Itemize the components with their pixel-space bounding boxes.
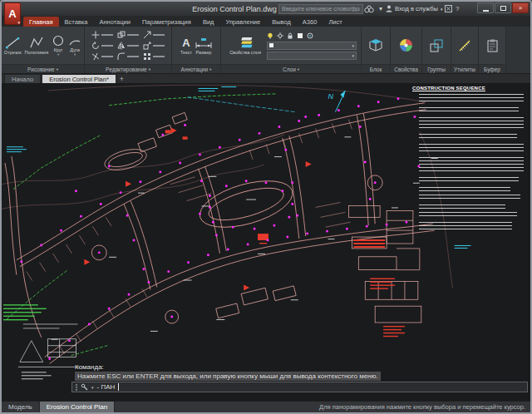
- fillet-icon: [117, 52, 126, 61]
- ribbon-tab-insert[interactable]: Вставка: [59, 17, 94, 27]
- layer-lock-icon[interactable]: [287, 32, 293, 39]
- panel-label-clipboard[interactable]: Буфер: [479, 64, 505, 73]
- ribbon-tab-view[interactable]: Вид: [197, 17, 220, 27]
- rotate-tool-button[interactable]: [90, 42, 116, 50]
- measure-button[interactable]: [457, 39, 472, 52]
- command-input-text[interactable]: - ПАН: [97, 383, 116, 391]
- command-grip-icon[interactable]: [76, 384, 77, 391]
- layer-filter-dropdown[interactable]: ▾: [267, 52, 357, 60]
- layer-properties-button[interactable]: Свойства слоя: [225, 36, 265, 55]
- note-paragraph: [419, 157, 524, 174]
- lot-lines-layer: [27, 120, 352, 354]
- arc-flyout-caret-icon: ▾: [74, 53, 76, 56]
- note-paragraph: [419, 187, 510, 191]
- polyline-tool-button[interactable]: Полилиния: [24, 36, 50, 55]
- trim-icon: [91, 52, 100, 61]
- minimize-button[interactable]: [477, 2, 494, 13]
- layer-color-icon[interactable]: [297, 32, 303, 39]
- maximize-button[interactable]: [495, 2, 511, 13]
- stretch-tool-button[interactable]: [141, 31, 167, 39]
- exchange-apps-icon[interactable]: [445, 5, 452, 12]
- panel-label-draw[interactable]: Рисование ▾: [2, 64, 84, 73]
- panel-label-block[interactable]: Блок: [362, 64, 390, 73]
- ribbon-tab-home[interactable]: Главная: [23, 17, 59, 27]
- paste-button[interactable]: [485, 39, 500, 52]
- mirror-icon: [117, 42, 126, 50]
- recent-commands-caret-icon[interactable]: ▾: [91, 385, 94, 390]
- signin-control[interactable]: Вход в службы ▾: [386, 4, 442, 14]
- ribbon-tab-annotate[interactable]: Аннотации: [93, 17, 136, 27]
- mirror-tool-button[interactable]: [116, 42, 141, 50]
- layout-tab-erosion-control-plan[interactable]: Erosion Control Plan: [40, 402, 115, 412]
- layer-select-dropdown[interactable]: ▾: [267, 42, 357, 50]
- silt-fence-layer: [7, 94, 276, 356]
- legend-text-green: [3, 304, 47, 320]
- group-button[interactable]: [429, 39, 444, 52]
- layer-isolate-icon[interactable]: [307, 32, 313, 39]
- help-button[interactable]: ?: [456, 4, 459, 14]
- rotate-icon: [91, 42, 100, 50]
- scale-tool-button[interactable]: [141, 42, 167, 50]
- ribbon-tab-parametric[interactable]: Параметризация: [136, 17, 197, 27]
- text-tool-label: Текст: [180, 50, 192, 55]
- north-arrow: N: [328, 91, 346, 112]
- customize-wrench-icon[interactable]: [81, 383, 88, 391]
- search-input[interactable]: [278, 4, 363, 14]
- erosion-markers-layer: [84, 127, 405, 337]
- file-tab-start[interactable]: Начало: [4, 74, 41, 83]
- titlebar-extra-icons: ?: [445, 4, 459, 14]
- road-network-layer: [5, 103, 435, 364]
- array-tool-button[interactable]: [141, 52, 167, 61]
- model-tab[interactable]: Модель: [2, 402, 40, 412]
- panel-label-groups[interactable]: Группы: [422, 64, 451, 73]
- search-options-caret[interactable]: ▾: [375, 4, 387, 14]
- signin-label: Вход в службы: [395, 5, 438, 12]
- dimension-icon: [195, 37, 212, 49]
- trim-tool-button[interactable]: [90, 52, 116, 61]
- insert-block-button[interactable]: [367, 38, 384, 52]
- panel-label-block-text: Блок: [370, 67, 382, 72]
- command-prompt-line: Команда:: [75, 362, 528, 372]
- tool-label-bar: [101, 56, 113, 57]
- note-paragraph: [419, 195, 520, 201]
- text-tool-button[interactable]: A Текст: [180, 37, 193, 55]
- minimize-icon: [483, 10, 489, 12]
- circle-tool-button[interactable]: Круг ▾: [51, 35, 66, 56]
- note-paragraph: [419, 222, 512, 232]
- layer-properties-icon: [238, 36, 253, 49]
- panel-label-layers[interactable]: Слои ▾: [221, 64, 361, 73]
- application-menu-button[interactable]: A ▾: [4, 2, 21, 25]
- detail-text-white: [22, 372, 52, 379]
- fillet-tool-button[interactable]: [116, 52, 141, 61]
- panel-properties: Свойства: [391, 27, 421, 73]
- ribbon-tab-output[interactable]: Вывод: [266, 17, 297, 27]
- ribbon-tab-layout[interactable]: Лист: [323, 17, 347, 27]
- search-button[interactable]: [363, 4, 375, 14]
- modify-tool-grid: [90, 29, 167, 62]
- note-paragraph: [419, 177, 519, 184]
- autocad-logo-icon: A: [8, 7, 16, 20]
- drawing-canvas[interactable]: N: [2, 84, 530, 401]
- status-bar: Модель Erosion Control Plan Для панорами…: [2, 401, 530, 412]
- layer-freeze-sun-icon[interactable]: [277, 32, 283, 39]
- close-button[interactable]: ×: [512, 2, 529, 13]
- layer-state-icons: [267, 32, 357, 40]
- ribbon-tab-a360[interactable]: A360: [297, 17, 323, 27]
- panel-label-annotation[interactable]: Аннотации ▾: [172, 64, 220, 73]
- titlebar: A ▾ Erosion Control Plan.dwg ▾ Вход в сл…: [2, 2, 530, 16]
- help-icon: ?: [456, 5, 459, 12]
- command-input-row[interactable]: ▾ - ПАН: [71, 382, 528, 392]
- layer-on-bulb-icon[interactable]: [267, 32, 273, 39]
- copy-tool-button[interactable]: [116, 31, 141, 39]
- line-tool-button[interactable]: Отрезок: [3, 36, 22, 55]
- move-tool-button[interactable]: [90, 31, 116, 39]
- properties-button[interactable]: [398, 38, 414, 52]
- dimension-tool-button[interactable]: Размер: [195, 37, 213, 55]
- new-drawing-tab-button[interactable]: +: [117, 74, 126, 83]
- panel-label-properties[interactable]: Свойства: [391, 64, 421, 73]
- file-tab-erosion-control-plan[interactable]: Erosion Control Plan*: [42, 74, 116, 83]
- panel-label-modify[interactable]: Редактирование ▾: [85, 64, 171, 73]
- arc-tool-button[interactable]: Дуга ▾: [67, 35, 82, 56]
- ribbon-tab-manage[interactable]: Управление: [219, 17, 266, 27]
- panel-label-utilities[interactable]: Утилиты: [451, 64, 478, 73]
